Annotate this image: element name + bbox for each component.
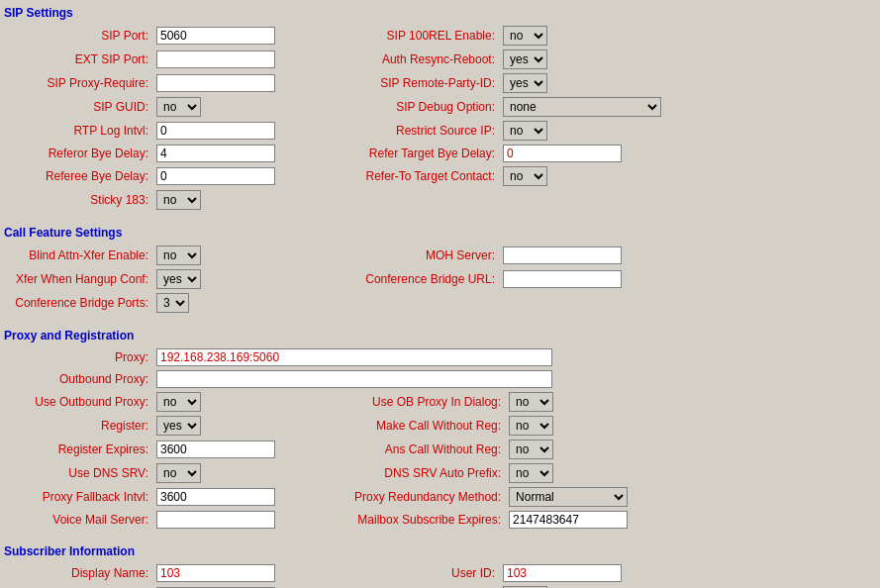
page: SIP Settings SIP Port: SIP 100REL Enable…	[0, 0, 880, 588]
referee-bye-cell	[152, 164, 350, 188]
proxy-redundancy-label: Proxy Redundancy Method:	[350, 485, 505, 509]
outbound-proxy-cell	[152, 368, 876, 390]
sip-guid-label: SIP GUID:	[4, 95, 152, 119]
referee-bye-label: Referee Bye Delay:	[4, 164, 152, 188]
conference-bridge-url-input[interactable]	[503, 270, 622, 288]
user-id-cell	[499, 562, 876, 584]
sip-debug-select[interactable]: nonefullbrief	[503, 97, 661, 117]
blind-attn-select[interactable]: noyes	[156, 245, 201, 265]
display-name-input[interactable]	[156, 564, 275, 582]
register-select[interactable]: noyes	[156, 416, 201, 436]
proxy-cell	[152, 346, 876, 368]
rtp-log-input[interactable]	[156, 122, 275, 140]
dns-srv-auto-prefix-select[interactable]: noyes	[509, 463, 553, 483]
sip-guid-cell: noyes	[152, 95, 350, 119]
subscriber-info-table: Display Name: User ID: Password: Use Aut…	[4, 562, 876, 588]
sip-port-label: SIP Port:	[4, 24, 152, 48]
call-feature-title: Call Feature Settings	[4, 226, 876, 240]
referor-bye-input[interactable]	[156, 145, 275, 162]
sip-port-cell	[152, 24, 350, 48]
make-call-no-reg-label: Make Call Without Reg:	[350, 414, 505, 438]
ext-sip-port-input[interactable]	[156, 50, 275, 68]
ans-call-no-reg-cell: noyes	[505, 438, 876, 461]
sip-remote-party-select[interactable]: noyes	[503, 73, 547, 93]
conf-bridge-ports-label: Conference Bridge Ports:	[4, 291, 152, 315]
refer-target-bye-input[interactable]	[503, 145, 622, 162]
conf-bridge-ports-select[interactable]: 345678	[156, 293, 189, 313]
ext-sip-port-cell	[152, 48, 350, 71]
blind-attn-cell: noyes	[152, 244, 350, 267]
xfer-hangup-select[interactable]: noyes	[156, 269, 201, 289]
register-expires-label: Register Expires:	[4, 438, 152, 461]
call-feature-table: Blind Attn-Xfer Enable: noyes MOH Server…	[4, 244, 876, 315]
moh-server-input[interactable]	[503, 246, 622, 264]
rtp-log-label: RTP Log Intvl:	[4, 119, 152, 143]
sticky-183-select[interactable]: noyes	[156, 190, 201, 210]
auth-resync-cell: noyes	[499, 48, 876, 71]
xfer-hangup-cell: noyes	[152, 267, 350, 291]
referee-bye-input[interactable]	[156, 167, 275, 185]
ans-call-no-reg-select[interactable]: noyes	[509, 440, 553, 459]
ext-sip-port-label: EXT SIP Port:	[4, 48, 152, 71]
refer-target-bye-cell	[499, 143, 876, 164]
use-auth-id-cell: noyes	[499, 584, 876, 588]
referor-bye-cell	[152, 143, 350, 164]
auth-resync-label: Auth Resync-Reboot:	[350, 48, 499, 71]
sip-100rel-select[interactable]: noyes	[503, 26, 547, 46]
password-cell	[152, 584, 350, 588]
sip-port-input[interactable]	[156, 27, 275, 45]
sip-debug-cell: nonefullbrief	[499, 95, 876, 119]
sip-proxy-require-input[interactable]	[156, 74, 275, 92]
auth-resync-select[interactable]: noyes	[503, 49, 547, 69]
proxy-fallback-cell	[152, 485, 350, 509]
sticky-183-cell: noyes	[152, 188, 350, 212]
proxy-redundancy-cell: NormalAuto	[505, 485, 876, 509]
make-call-no-reg-select[interactable]: noyes	[509, 416, 553, 436]
mailbox-subscribe-input[interactable]	[509, 511, 628, 529]
user-id-input[interactable]	[503, 564, 622, 582]
display-name-cell	[152, 562, 350, 584]
refer-to-target-label: Refer-To Target Contact:	[350, 164, 499, 188]
proxy-fallback-label: Proxy Fallback Intvl:	[4, 485, 152, 509]
voice-mail-server-input[interactable]	[156, 511, 275, 529]
sip-remote-party-label: SIP Remote-Party-ID:	[350, 71, 499, 95]
restrict-source-select[interactable]: noyes	[503, 121, 547, 141]
proxy-redundancy-select[interactable]: NormalAuto	[509, 487, 628, 507]
use-outbound-proxy-cell: noyes	[152, 390, 350, 414]
restrict-source-label: Restrict Source IP:	[350, 119, 499, 143]
password-label: Password:	[4, 584, 152, 588]
use-dns-srv-select[interactable]: noyes	[156, 463, 201, 483]
register-expires-input[interactable]	[156, 441, 275, 458]
use-ob-proxy-dialog-select[interactable]: noyes	[509, 392, 553, 412]
sip-settings-table: SIP Port: SIP 100REL Enable: noyes EXT S…	[4, 24, 876, 212]
outbound-proxy-input[interactable]	[156, 370, 552, 388]
proxy-reg-table: Proxy: Outbound Proxy: Use Outbound Prox…	[4, 346, 876, 531]
use-dns-srv-label: Use DNS SRV:	[4, 461, 152, 485]
sip-proxy-require-cell	[152, 71, 350, 95]
moh-server-cell	[499, 244, 876, 267]
sip-guid-select[interactable]: noyes	[156, 97, 201, 117]
register-cell: noyes	[152, 414, 350, 438]
use-auth-id-label: Use Auth ID:	[350, 584, 499, 588]
dns-srv-auto-prefix-cell: noyes	[505, 461, 876, 485]
display-name-label: Display Name:	[4, 562, 152, 584]
ans-call-no-reg-label: Ans Call Without Reg:	[350, 438, 505, 461]
refer-target-bye-label: Refer Target Bye Delay:	[350, 143, 499, 164]
proxy-input[interactable]	[156, 348, 552, 366]
conference-bridge-url-cell	[499, 267, 876, 291]
moh-server-label: MOH Server:	[350, 244, 499, 267]
refer-to-target-select[interactable]: noyes	[503, 166, 547, 186]
register-expires-cell	[152, 438, 350, 461]
proxy-fallback-input[interactable]	[156, 488, 275, 506]
mailbox-subscribe-label: Mailbox Subscribe Expires:	[350, 509, 505, 531]
blind-attn-label: Blind Attn-Xfer Enable:	[4, 244, 152, 267]
use-outbound-proxy-select[interactable]: noyes	[156, 392, 201, 412]
dns-srv-auto-prefix-label: DNS SRV Auto Prefix:	[350, 461, 505, 485]
rtp-log-cell	[152, 119, 350, 143]
sip-100rel-cell: noyes	[499, 24, 876, 48]
voice-mail-server-cell	[152, 509, 350, 531]
subscriber-info-title: Subscriber Information	[4, 544, 876, 558]
mailbox-subscribe-cell	[505, 509, 876, 531]
use-outbound-proxy-label: Use Outbound Proxy:	[4, 390, 152, 414]
user-id-label: User ID:	[350, 562, 499, 584]
